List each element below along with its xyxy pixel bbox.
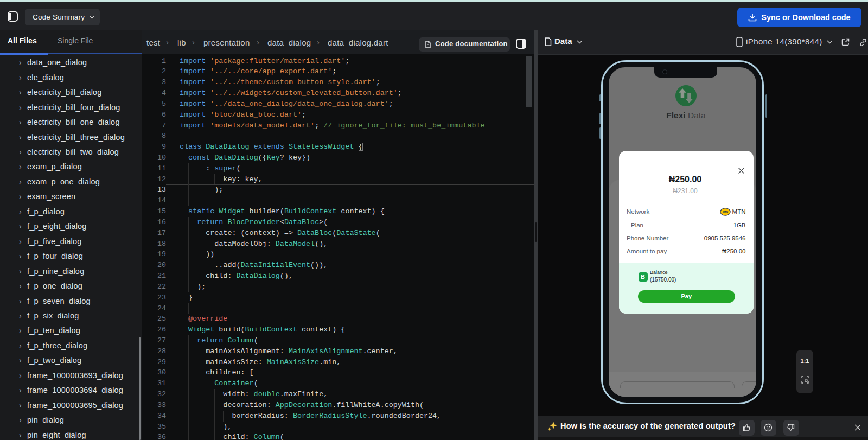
svg-text:MTN: MTN	[723, 211, 729, 214]
